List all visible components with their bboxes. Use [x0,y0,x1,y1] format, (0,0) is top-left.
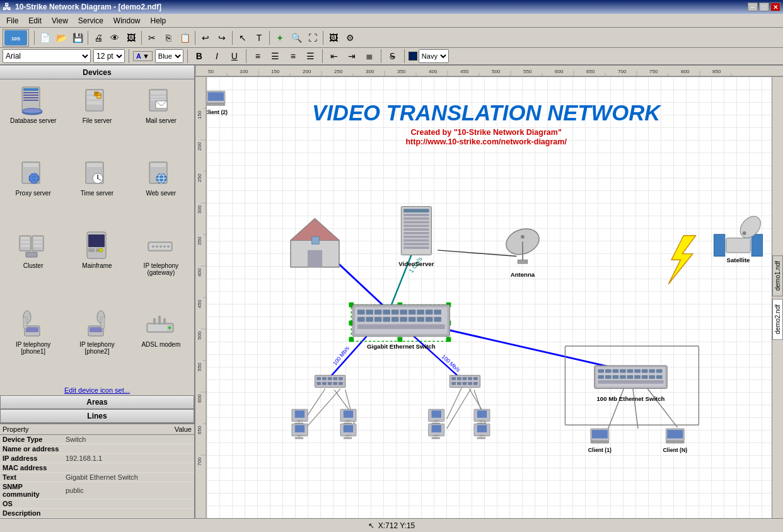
color-dropdown-arrow[interactable]: ▼ [142,52,149,60]
print-button[interactable]: 🖨 [91,30,106,45]
copy-image-button[interactable]: 🖼 [124,30,139,45]
props-header-property: Property [3,425,29,433]
font-select[interactable]: Arial [3,49,91,63]
svg-rect-264 [477,410,487,418]
image-button[interactable]: 🖼 [326,30,341,45]
svg-rect-148 [403,217,429,220]
workstation-6 [474,409,490,424]
restore-button[interactable]: □ [759,3,769,11]
list-button[interactable]: ≣ [362,49,377,64]
indent-right-button[interactable]: ⇥ [344,49,359,64]
underline-button[interactable]: U [227,49,242,64]
svg-marker-163 [668,236,695,284]
svg-rect-210 [634,375,641,379]
svg-text:Client (2): Client (2) [207,109,228,115]
svg-rect-275 [479,435,485,436]
minimize-button[interactable]: ─ [748,3,758,11]
svg-rect-205 [598,375,604,379]
close-button[interactable]: ✕ [770,3,780,11]
text-button[interactable]: T [252,30,267,45]
color-select[interactable]: Blue [155,49,183,63]
svg-rect-259 [431,410,441,418]
device-proxy-server[interactable]: Proxy server [3,154,64,224]
gigabit-switch-node: Gigabit Ethernet Switch [352,305,450,350]
svg-text:300: 300 [366,69,374,74]
menu-bar: File Edit View Service Window Help [0,14,783,28]
bold-button[interactable]: B [192,49,207,64]
settings-button[interactable]: ⚙ [342,30,357,45]
italic-button[interactable]: I [209,49,224,64]
canvas-area[interactable]: VIDEO TRANSLATION NETWORK Created by "10… [207,77,772,518]
client2-node: Client (2) [207,91,228,115]
prop-label-snmp: SNMP community [0,482,63,499]
tab-demo1[interactable]: demo1.ndf [772,255,783,296]
clientn-node: Client (N) [663,429,688,453]
device-label: IP telephony (gateway) [132,262,190,276]
main-layout: Devices Database server [0,66,783,518]
proxy-server-icon [17,157,50,190]
copy-button[interactable]: ⎘ [161,30,176,45]
device-adsl-modem[interactable]: ADSL modem [130,306,192,383]
svg-rect-260 [433,420,439,422]
zoom-out-button[interactable]: 🔍 [289,30,304,45]
tab-demo2[interactable]: demo2.ndf [772,299,783,340]
canvas-with-ruler: 150 200 250 300 350 400 450 500 550 600 … [195,77,783,518]
menu-window[interactable]: Window [108,15,146,26]
svg-rect-23 [23,163,38,167]
svg-text:650: 650 [197,425,202,434]
cut-button[interactable]: ✂ [144,30,160,45]
device-web-server[interactable]: Web sever [130,154,192,224]
conn-sub-ws7 [447,389,472,429]
satellite-node: Satellite [714,212,765,263]
props-table: Device Type Switch Name or address IP ad… [0,435,194,518]
svg-rect-274 [477,425,487,432]
align-center-button[interactable]: ☰ [268,49,283,64]
zoom-in-button[interactable]: + [272,30,287,45]
device-file-server[interactable]: File server [66,82,127,152]
device-ip-telephony-gw[interactable]: IP telephony (gateway) [130,227,192,304]
indent-left-button[interactable]: ⇤ [327,49,342,64]
client1-node: Client (1) [588,429,612,453]
paste-button[interactable]: 📋 [177,30,192,45]
open-button[interactable]: 📂 [54,30,69,45]
svg-point-60 [160,245,162,248]
edit-device-link[interactable]: Edit device icon set... [0,385,194,395]
strikethrough-button[interactable]: S̶ [385,49,400,64]
align-left-button[interactable]: ≡ [250,49,265,64]
right-tabs[interactable]: demo1.ndf demo2.ndf [772,77,783,518]
svg-rect-208 [620,375,626,379]
device-mail-server[interactable]: Mail server [130,82,192,152]
svg-text:Client (N): Client (N) [663,447,688,453]
device-time-server[interactable]: Time server [66,154,127,224]
select-button[interactable]: ↖ [235,30,250,45]
menu-view[interactable]: View [47,15,73,26]
menu-file[interactable]: File [1,15,23,26]
title-bar-text: 10-Strike Network Diagram - [demo2.ndf] [15,3,161,11]
device-ip-phone1[interactable]: IP telephony [phone1] [3,306,64,383]
device-cluster[interactable]: Cluster [3,227,64,304]
menu-help[interactable]: Help [146,15,171,26]
device-ip-phone2[interactable]: IP telephony [phone2] [66,306,127,383]
prop-label-mac: MAC address [0,463,63,473]
navy-select[interactable]: Navy [419,49,449,63]
fit-button[interactable]: ⛶ [305,30,320,45]
redo-button[interactable]: ↪ [214,30,229,45]
undo-button[interactable]: ↩ [198,30,213,45]
new-button[interactable]: 📄 [37,30,52,45]
svg-rect-231 [468,377,472,380]
save-button[interactable]: 💾 [70,30,85,45]
device-database-server[interactable]: Database server [3,82,64,152]
menu-service[interactable]: Service [73,15,108,26]
align-justify-button[interactable]: ☰ [303,49,318,64]
title-bar-controls[interactable]: ─ □ ✕ [748,3,780,11]
text-color-button[interactable]: A ▼ [133,51,153,61]
svg-rect-214 [598,380,663,384]
preview-button[interactable]: 👁 [107,30,122,45]
svg-text:700: 700 [197,457,202,466]
prop-label-text: Text [0,473,63,482]
font-size-select[interactable]: 12 pt. [93,49,125,63]
device-mainframe[interactable]: Mainframe [66,227,127,304]
align-right-button[interactable]: ≡ [286,49,301,64]
svg-rect-76 [163,318,166,325]
menu-edit[interactable]: Edit [23,15,47,26]
